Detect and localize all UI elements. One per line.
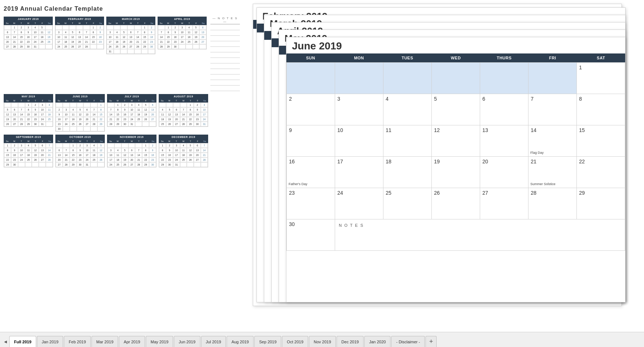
tab-mar-2019[interactable]: Mar 2019 [92,336,118,347]
mini-calendar-jan: JANUARY 2019 SuMTWTFSa 12345 6789101112 … [4,17,53,91]
june-cell-19: 19 [432,157,480,188]
tab-add-button[interactable]: + [426,336,437,347]
june-cell-3: 3 [335,94,383,125]
calendar-page-june: June 2019 SUN MON TUES WED THURS FRI SAT [286,37,626,302]
june-cell-empty3 [383,63,432,94]
june-cell-25: 25 [383,188,432,219]
mini-calendar-apr: APRIL 2019 SuMTWTFSa 123456 78910111213 … [158,17,207,91]
june-cell-26: 26 [432,188,480,219]
annual-title: 2019 Annual Calendar Template [4,6,240,12]
tab-full-2019[interactable]: Full 2019 [9,336,36,347]
june-cell-empty2 [335,63,383,94]
notes-panel-row1: — N O T E S — [210,17,240,91]
notes-label: — N O T E S — [210,17,240,24]
mini-calendar-feb: FEBRUARY 2019 SuMTWTFSa 12 3456789 10111… [55,17,104,91]
june-cell-6: 6 [480,94,528,125]
tab-jan-2020[interactable]: Jan 2020 [364,336,390,347]
tab-sep-2019[interactable]: Sep 2019 [254,336,281,347]
spreadsheet-area: 2019 Annual Calendar Template JANUARY 20… [0,0,644,332]
tab-aug-2019[interactable]: Aug 2019 [227,336,254,347]
june-notes-area: N O T E S [335,219,625,251]
june-cell-27: 27 [480,188,528,219]
june-cell-14: 14 Flag Day [528,125,577,157]
june-cell-22: 22 [577,157,625,188]
june-cell-20: 20 [480,157,528,188]
june-cell-7: 7 [528,94,577,125]
june-cell-24: 24 [335,188,383,219]
june-cell-1: 1 [577,63,625,94]
tab-nav-left[interactable]: ◀ [2,336,9,347]
june-cell-5: 5 [432,94,480,125]
mini-calendar-dec: DECEMBER 2019 SuMTWTFSa 1234567 89101112… [159,135,208,167]
june-cell-16: 16 Father's Day [287,157,335,188]
tab-jun-2019[interactable]: Jun 2019 [174,336,200,347]
june-cell-11: 11 [383,125,432,157]
june-cell-empty1 [287,63,335,94]
mini-calendar-nov: NOVEMBER 2019 SuMTWTFSa 12 3456789 10111… [107,135,156,167]
tab-apr-2019[interactable]: Apr 2019 [119,336,145,347]
mini-calendar-aug: AUGUST 2019 SuMTWTFSa 123 45678910 11121… [159,94,208,132]
mini-calendar-sep: SEPTEMBER 2019 SuMTWTFSa 1234567 8910111… [4,135,53,167]
tab-jul-2019[interactable]: Jul 2019 [201,336,226,347]
june-cell-18: 18 [383,157,432,188]
june-cell-29: 29 [577,188,625,219]
mini-calendar-jul: JULY 2019 SuMTWTFSa 123456 78910111213 1… [107,94,156,132]
june-cell-28: 28 [528,188,577,219]
tab-bar: ◀ Full 2019 Jan 2019 Feb 2019 Mar 2019 A… [0,332,644,347]
june-cell-15: 15 [577,125,625,157]
june-cell-8: 8 [577,94,625,125]
annual-overview: 2019 Annual Calendar Template JANUARY 20… [0,0,244,332]
june-cell-30: 30 [287,219,335,251]
tab-nov-2019[interactable]: Nov 2019 [309,336,336,347]
june-cell-2: 2 [287,94,335,125]
june-cell-13: 13 [480,125,528,157]
june-cell-9: 9 [287,125,335,157]
mini-calendar-may: MAY 2019 SuMTWTFSa 1234 567891011 121314… [4,94,53,132]
june-cell-21: 21 Summer Solstice [528,157,577,188]
tab-dec-2019[interactable]: Dec 2019 [337,336,364,347]
mini-calendar-oct: OCTOBER 2019 SuMTWTFSa 12345 6789101112 … [55,135,105,167]
tab-oct-2019[interactable]: Oct 2019 [282,336,308,347]
mini-calendar-jun: JUNE 2019 SuMTWTFSa 1 2345678 9101112131… [55,94,105,132]
june-cell-10: 10 [335,125,383,157]
june-cell-17: 17 [335,157,383,188]
june-cell-23: 23 [287,188,335,219]
june-cell-empty5 [480,63,528,94]
tab-disclaimer[interactable]: - Disclaimer - [391,336,425,347]
tab-may-2019[interactable]: May 2019 [146,336,173,347]
june-cell-empty4 [432,63,480,94]
calendar-pages-stack: January 2019 SUN MON TUES WED THURS FRI … [245,0,644,332]
tab-jan-2019[interactable]: Jan 2019 [37,336,63,347]
june-cell-4: 4 [383,94,432,125]
june-cell-12: 12 [432,125,480,157]
june-cell-empty6 [528,63,577,94]
mini-calendar-mar: MARCH 2019 SuMTWTFSa 12 3456789 10111213… [106,17,155,91]
tab-feb-2019[interactable]: Feb 2019 [64,336,90,347]
